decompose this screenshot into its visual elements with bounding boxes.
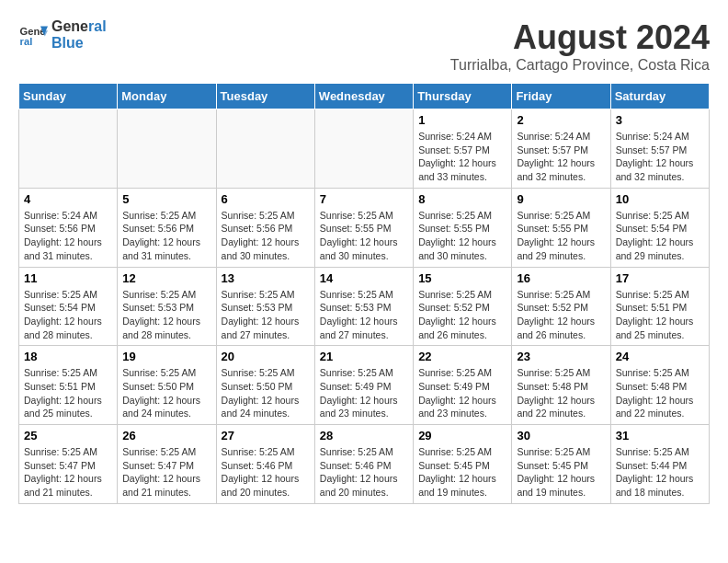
calendar-cell: 24Sunrise: 5:25 AMSunset: 5:48 PMDayligh… — [610, 346, 709, 425]
calendar-cell: 28Sunrise: 5:25 AMSunset: 5:46 PMDayligh… — [314, 425, 413, 504]
day-number: 7 — [320, 192, 408, 206]
calendar-cell: 15Sunrise: 5:25 AMSunset: 5:52 PMDayligh… — [414, 267, 512, 346]
day-info: Sunrise: 5:25 AMSunset: 5:52 PMDaylight:… — [517, 288, 605, 342]
calendar-cell: 29Sunrise: 5:25 AMSunset: 5:45 PMDayligh… — [414, 425, 512, 504]
day-info: Sunrise: 5:25 AMSunset: 5:46 PMDaylight:… — [320, 445, 408, 500]
calendar-cell: 25Sunrise: 5:25 AMSunset: 5:47 PMDayligh… — [19, 425, 118, 504]
day-number: 5 — [122, 192, 210, 206]
day-info: Sunrise: 5:25 AMSunset: 5:51 PMDaylight:… — [24, 366, 112, 420]
day-info: Sunrise: 5:25 AMSunset: 5:53 PMDaylight:… — [122, 288, 210, 342]
calendar-header-row: Sunday Monday Tuesday Wednesday Thursday… — [19, 84, 710, 109]
day-number: 1 — [418, 113, 506, 127]
day-number: 2 — [517, 113, 605, 127]
calendar-cell: 27Sunrise: 5:25 AMSunset: 5:46 PMDayligh… — [216, 425, 314, 504]
day-info: Sunrise: 5:25 AMSunset: 5:48 PMDaylight:… — [616, 366, 704, 420]
calendar-cell — [216, 109, 314, 189]
calendar-cell — [19, 109, 118, 189]
day-number: 16 — [517, 271, 605, 285]
day-info: Sunrise: 5:25 AMSunset: 5:51 PMDaylight:… — [616, 288, 704, 342]
day-number: 19 — [122, 350, 210, 363]
calendar-cell: 6Sunrise: 5:25 AMSunset: 5:56 PMDaylight… — [216, 188, 314, 267]
logo: Gene ral General Blue — [18, 18, 107, 51]
day-number: 22 — [418, 350, 506, 363]
day-info: Sunrise: 5:24 AMSunset: 5:57 PMDaylight:… — [517, 130, 605, 184]
day-number: 14 — [320, 271, 408, 285]
day-number: 17 — [616, 271, 704, 285]
svg-text:ral: ral — [20, 36, 33, 47]
day-info: Sunrise: 5:25 AMSunset: 5:50 PMDaylight:… — [222, 366, 310, 420]
col-sunday: Sunday — [19, 84, 118, 109]
day-number: 13 — [222, 271, 310, 285]
calendar-cell: 9Sunrise: 5:25 AMSunset: 5:55 PMDaylight… — [512, 188, 610, 267]
calendar-cell: 18Sunrise: 5:25 AMSunset: 5:51 PMDayligh… — [19, 346, 118, 425]
day-number: 18 — [24, 350, 112, 363]
day-number: 24 — [616, 350, 704, 363]
month-year: August 2024 — [450, 18, 710, 57]
calendar-cell: 17Sunrise: 5:25 AMSunset: 5:51 PMDayligh… — [610, 267, 709, 346]
calendar-cell: 10Sunrise: 5:25 AMSunset: 5:54 PMDayligh… — [610, 188, 709, 267]
day-number: 15 — [418, 271, 506, 285]
calendar-cell: 26Sunrise: 5:25 AMSunset: 5:47 PMDayligh… — [118, 425, 216, 504]
calendar-cell: 1Sunrise: 5:24 AMSunset: 5:57 PMDaylight… — [414, 109, 512, 189]
page-header: Gene ral General Blue August 2024 Turria… — [18, 18, 710, 74]
day-info: Sunrise: 5:25 AMSunset: 5:54 PMDaylight:… — [24, 288, 112, 342]
calendar-body: 1Sunrise: 5:24 AMSunset: 5:57 PMDaylight… — [19, 109, 710, 504]
calendar-cell: 16Sunrise: 5:25 AMSunset: 5:52 PMDayligh… — [512, 267, 610, 346]
day-info: Sunrise: 5:25 AMSunset: 5:49 PMDaylight:… — [418, 366, 506, 420]
col-monday: Monday — [118, 84, 216, 109]
day-info: Sunrise: 5:25 AMSunset: 5:49 PMDaylight:… — [320, 366, 408, 420]
day-number: 26 — [122, 429, 210, 442]
col-wednesday: Wednesday — [314, 84, 413, 109]
calendar-cell: 21Sunrise: 5:25 AMSunset: 5:49 PMDayligh… — [314, 346, 413, 425]
calendar-cell: 12Sunrise: 5:25 AMSunset: 5:53 PMDayligh… — [118, 267, 216, 346]
calendar-week-2: 4Sunrise: 5:24 AMSunset: 5:56 PMDaylight… — [19, 188, 710, 267]
day-number: 11 — [24, 271, 112, 285]
day-info: Sunrise: 5:24 AMSunset: 5:56 PMDaylight:… — [24, 209, 112, 263]
day-number: 12 — [122, 271, 210, 285]
logo-icon: Gene ral — [18, 20, 48, 50]
day-number: 23 — [517, 350, 605, 363]
day-info: Sunrise: 5:25 AMSunset: 5:55 PMDaylight:… — [320, 209, 408, 263]
day-info: Sunrise: 5:25 AMSunset: 5:47 PMDaylight:… — [122, 445, 210, 500]
day-info: Sunrise: 5:24 AMSunset: 5:57 PMDaylight:… — [418, 130, 506, 184]
day-info: Sunrise: 5:25 AMSunset: 5:47 PMDaylight:… — [24, 445, 112, 500]
col-tuesday: Tuesday — [216, 84, 314, 109]
calendar-table: Sunday Monday Tuesday Wednesday Thursday… — [18, 83, 710, 504]
calendar-cell: 23Sunrise: 5:25 AMSunset: 5:48 PMDayligh… — [512, 346, 610, 425]
calendar-cell — [118, 109, 216, 189]
col-thursday: Thursday — [414, 84, 512, 109]
day-info: Sunrise: 5:25 AMSunset: 5:45 PMDaylight:… — [517, 445, 605, 500]
calendar-cell: 5Sunrise: 5:25 AMSunset: 5:56 PMDaylight… — [118, 188, 216, 267]
col-friday: Friday — [512, 84, 610, 109]
day-info: Sunrise: 5:25 AMSunset: 5:52 PMDaylight:… — [418, 288, 506, 342]
day-number: 27 — [222, 429, 310, 442]
day-info: Sunrise: 5:25 AMSunset: 5:55 PMDaylight:… — [418, 209, 506, 263]
calendar-cell: 8Sunrise: 5:25 AMSunset: 5:55 PMDaylight… — [414, 188, 512, 267]
calendar-cell: 31Sunrise: 5:25 AMSunset: 5:44 PMDayligh… — [610, 425, 709, 504]
calendar-cell: 7Sunrise: 5:25 AMSunset: 5:55 PMDaylight… — [314, 188, 413, 267]
day-info: Sunrise: 5:25 AMSunset: 5:45 PMDaylight:… — [418, 445, 506, 500]
calendar-cell: 30Sunrise: 5:25 AMSunset: 5:45 PMDayligh… — [512, 425, 610, 504]
location: Turrialba, Cartago Province, Costa Rica — [450, 57, 710, 74]
logo-line2: Blue — [51, 35, 107, 52]
calendar-cell: 14Sunrise: 5:25 AMSunset: 5:53 PMDayligh… — [314, 267, 413, 346]
day-info: Sunrise: 5:25 AMSunset: 5:46 PMDaylight:… — [222, 445, 310, 500]
calendar-cell: 22Sunrise: 5:25 AMSunset: 5:49 PMDayligh… — [414, 346, 512, 425]
calendar-week-1: 1Sunrise: 5:24 AMSunset: 5:57 PMDaylight… — [19, 109, 710, 189]
calendar-week-3: 11Sunrise: 5:25 AMSunset: 5:54 PMDayligh… — [19, 267, 710, 346]
day-info: Sunrise: 5:25 AMSunset: 5:44 PMDaylight:… — [616, 445, 704, 500]
day-number: 6 — [222, 192, 310, 206]
calendar-cell: 2Sunrise: 5:24 AMSunset: 5:57 PMDaylight… — [512, 109, 610, 189]
day-number: 29 — [418, 429, 506, 442]
calendar-cell: 20Sunrise: 5:25 AMSunset: 5:50 PMDayligh… — [216, 346, 314, 425]
day-info: Sunrise: 5:25 AMSunset: 5:50 PMDaylight:… — [122, 366, 210, 420]
logo-line1: General — [51, 18, 107, 35]
day-info: Sunrise: 5:25 AMSunset: 5:56 PMDaylight:… — [222, 209, 310, 263]
day-number: 10 — [616, 192, 704, 206]
day-number: 25 — [24, 429, 112, 442]
day-number: 3 — [616, 113, 704, 127]
day-number: 28 — [320, 429, 408, 442]
day-info: Sunrise: 5:24 AMSunset: 5:57 PMDaylight:… — [616, 130, 704, 184]
calendar-week-5: 25Sunrise: 5:25 AMSunset: 5:47 PMDayligh… — [19, 425, 710, 504]
day-info: Sunrise: 5:25 AMSunset: 5:53 PMDaylight:… — [320, 288, 408, 342]
